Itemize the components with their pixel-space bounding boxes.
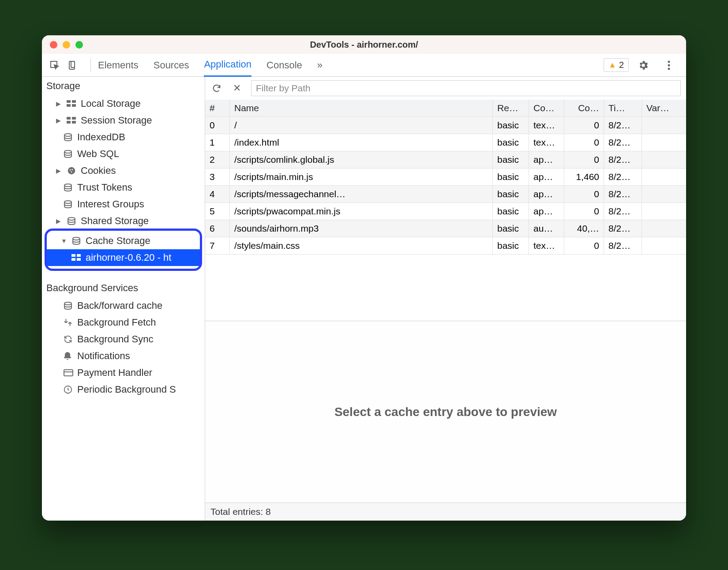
sidebar-item-label: airhorner-0.6.20 - ht — [86, 252, 171, 263]
col-vary[interactable]: Var… — [642, 100, 686, 116]
database-icon — [71, 236, 82, 245]
refresh-icon[interactable] — [210, 82, 223, 94]
cache-table: # Name Re… Co… Co… Ti… Var… 0/basictex…0… — [205, 100, 686, 255]
sidebar-item-label: Cache Storage — [86, 235, 150, 247]
sidebar-item-back-forward-cache[interactable]: Back/forward cache — [42, 297, 205, 314]
tab-console[interactable]: Console — [266, 54, 302, 76]
col-time[interactable]: Ti… — [604, 100, 642, 116]
svg-rect-10 — [67, 117, 71, 120]
sidebar-item-web-sql[interactable]: Web SQL — [42, 146, 205, 162]
tab-application[interactable]: Application — [204, 53, 251, 77]
kebab-menu-icon[interactable] — [662, 59, 675, 72]
cell-vary — [642, 186, 686, 202]
svg-rect-6 — [67, 100, 71, 103]
db-icon — [63, 133, 74, 142]
sidebar-item-shared-storage[interactable]: ▶Shared Storage — [42, 213, 205, 229]
table-row[interactable]: 3/scripts/main.min.jsbasicap…1,4608/2… — [205, 169, 686, 186]
fetch-icon — [63, 318, 74, 327]
sidebar-item-label: Back/forward cache — [77, 300, 162, 311]
sidebar-item-cookies[interactable]: ▶Cookies — [42, 162, 205, 179]
settings-icon[interactable] — [637, 59, 650, 72]
svg-point-21 — [64, 201, 71, 203]
cache-storage-highlight: ▼ Cache Storage airhorner-0.6.20 - ht — [45, 229, 202, 271]
clear-icon[interactable]: ✕ — [231, 82, 243, 94]
close-window-icon[interactable] — [50, 41, 57, 49]
sidebar-item-trust-tokens[interactable]: Trust Tokens — [42, 179, 205, 196]
col-content-length[interactable]: Co… — [564, 100, 604, 116]
svg-point-20 — [64, 184, 71, 187]
cell-time: 8/2… — [604, 151, 642, 168]
table-row[interactable]: 0/basictex…08/2… — [205, 117, 686, 134]
total-entries: Total entries: 8 — [210, 506, 271, 517]
tab-sources[interactable]: Sources — [154, 54, 189, 76]
sidebar-item-interest-groups[interactable]: Interest Groups — [42, 196, 205, 213]
sidebar-item-cache-entry[interactable]: airhorner-0.6.20 - ht — [47, 249, 200, 266]
cell-content-length: 40,… — [564, 220, 604, 237]
panel-tabs: Elements Sources Application Console » — [98, 53, 604, 77]
cell-name: /scripts/messagechannel… — [230, 186, 493, 202]
svg-rect-7 — [72, 100, 76, 103]
col-content-type[interactable]: Co… — [529, 100, 564, 116]
table-row[interactable]: 6/sounds/airhorn.mp3basicau…40,…8/2… — [205, 220, 686, 237]
sidebar-item-cache-storage[interactable]: ▼ Cache Storage — [47, 232, 200, 249]
table-row[interactable]: 2/scripts/comlink.global.jsbasicap…08/2… — [205, 151, 686, 169]
svg-point-23 — [73, 237, 80, 240]
bell-icon — [63, 352, 74, 360]
cell-name: /styles/main.css — [230, 237, 493, 254]
sidebar-item-indexeddb[interactable]: IndexedDB — [42, 129, 205, 146]
cell-name: /scripts/comlink.global.js — [230, 151, 493, 168]
table-row[interactable]: 7/styles/main.cssbasictex…08/2… — [205, 237, 686, 255]
cell-time: 8/2… — [604, 169, 642, 185]
table-row[interactable]: 5/scripts/pwacompat.min.jsbasicap…08/2… — [205, 203, 686, 220]
device-toggle-icon[interactable] — [66, 59, 79, 72]
svg-point-15 — [64, 150, 71, 153]
warnings-badge[interactable]: ▲ 2 — [604, 58, 629, 72]
zoom-window-icon[interactable] — [75, 41, 83, 49]
col-response[interactable]: Re… — [493, 100, 529, 116]
sidebar-item-background-sync[interactable]: Background Sync — [42, 331, 205, 348]
table-row[interactable]: 1/index.htmlbasictex…08/2… — [205, 134, 686, 151]
sidebar-item-background-fetch[interactable]: Background Fetch — [42, 314, 205, 331]
tab-elements[interactable]: Elements — [98, 54, 139, 76]
sidebar-item-label: Shared Storage — [81, 215, 149, 227]
svg-point-18 — [71, 169, 73, 170]
sidebar-item-notifications[interactable]: Notifications — [42, 348, 205, 364]
cell-vary — [642, 117, 686, 134]
table-row[interactable]: 4/scripts/messagechannel…basicap…08/2… — [205, 186, 686, 203]
svg-rect-29 — [64, 370, 73, 376]
svg-point-4 — [668, 64, 670, 66]
svg-point-19 — [71, 171, 72, 172]
inspect-icon[interactable] — [48, 59, 61, 72]
col-name[interactable]: Name — [230, 100, 493, 116]
svg-point-28 — [64, 302, 71, 305]
cell-content-length: 0 — [564, 134, 604, 151]
sidebar-item-payment-handler[interactable]: Payment Handler — [42, 364, 205, 381]
svg-rect-8 — [67, 104, 71, 107]
sidebar-item-session-storage[interactable]: ▶Session Storage — [42, 112, 205, 129]
sidebar-item-label: Interest Groups — [77, 199, 144, 210]
cell-response: basic — [493, 203, 529, 220]
sidebar-item-periodic-background-s[interactable]: Periodic Background S — [42, 381, 205, 398]
filter-input[interactable] — [251, 80, 681, 96]
cell-response: basic — [493, 186, 529, 202]
cell-index: 0 — [205, 117, 230, 134]
sidebar-item-label: Session Storage — [81, 115, 152, 126]
traffic-lights — [50, 41, 83, 49]
svg-rect-2 — [71, 61, 75, 68]
grid-icon — [67, 99, 77, 108]
sidebar-item-label: Trust Tokens — [77, 182, 132, 193]
cell-content-length: 0 — [564, 151, 604, 168]
cell-content-type: ap… — [529, 203, 564, 220]
tabs-overflow-icon[interactable]: » — [317, 60, 323, 71]
cell-index: 5 — [205, 203, 230, 220]
svg-point-17 — [70, 169, 71, 171]
cell-content-length: 0 — [564, 117, 604, 134]
sidebar-item-local-storage[interactable]: ▶Local Storage — [42, 95, 205, 112]
col-index[interactable]: # — [205, 100, 230, 116]
minimize-window-icon[interactable] — [63, 41, 70, 49]
sidebar-item-label: Payment Handler — [77, 367, 152, 379]
svg-rect-27 — [77, 258, 81, 261]
cell-response: basic — [493, 151, 529, 168]
chevron-right-icon: ▶ — [56, 117, 63, 124]
sidebar-item-label: Web SQL — [77, 148, 119, 160]
